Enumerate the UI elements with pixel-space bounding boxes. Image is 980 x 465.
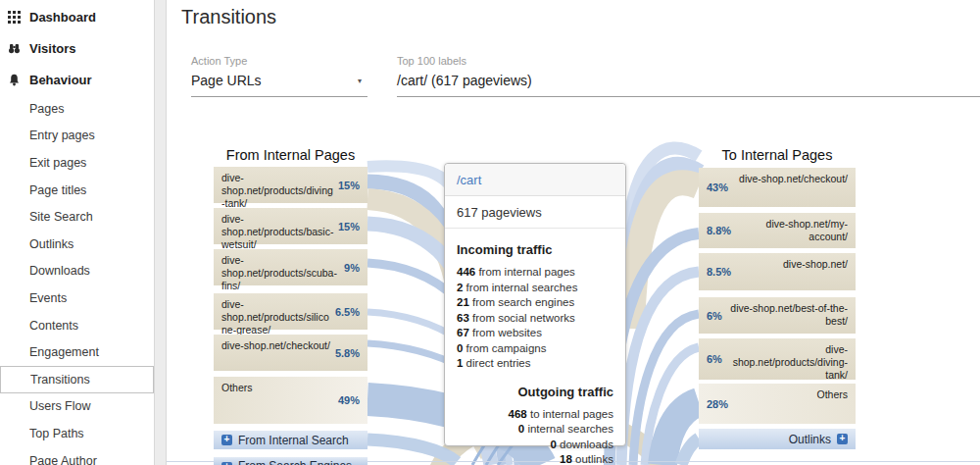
from-page-box[interactable]: dive-shop.net/checkout/ 5.8% [214,335,368,371]
expand-plus-icon[interactable]: + [221,435,232,445]
others-label: Others [221,382,334,419]
page-url: dive-shop.net/products/silicone-grease/ [221,298,331,325]
sidebar-item-visitors[interactable]: Visitors [0,32,154,64]
page-url: dive-shop.net/checkout/ [221,339,331,366]
percentage: 6% [707,353,722,365]
to-page-box[interactable]: dive-shop.net/ 8.5% [699,253,856,290]
sidebar-item-site-search[interactable]: Site Search [0,203,154,231]
sidebar-item-label: Pages [29,102,64,116]
others-label: Others [732,388,848,419]
page-url: dive-shop.net/best-of-the-best/ [726,302,848,329]
from-others-box[interactable]: Others 49% [214,377,368,424]
traffic-value: 2 [457,282,463,293]
traffic-row: 63 from social networks [457,311,613,327]
popup-pageviews: 617 pageviews [445,196,625,229]
top-labels-control: Top 100 labels /cart/ (617 pageviews) [397,55,980,97]
sidebar-item-label: Site Search [29,210,93,224]
sidebar-item-label: Entry pages [29,129,95,142]
outgoing-traffic-list: 468 to internal pages 0 internal searche… [457,407,613,465]
traffic-row: 67 from websites [457,326,613,341]
sidebar-item-engagement[interactable]: Engagement [0,338,154,366]
sidebar-item-transitions[interactable]: Transitions [0,366,154,393]
binoculars-icon [8,42,21,55]
traffic-value: 0 [550,439,556,450]
action-type-select[interactable]: Page URLs ▾ [191,73,368,97]
percentage: 49% [338,394,360,406]
from-page-box[interactable]: dive-shop.net/products/basic-wetsuit/ 15… [214,208,368,244]
sidebar-item-label: Transitions [30,373,90,387]
traffic-row: 21 from search engines [457,295,613,311]
sidebar-item-label: Contents [29,319,78,333]
sidebar-item-events[interactable]: Events [0,284,154,312]
to-page-box[interactable]: dive-shop.net/checkout/ 43% [699,168,856,207]
from-page-box[interactable]: dive-shop.net/products/silicone-grease/ … [214,293,368,330]
to-page-box[interactable]: dive-shop.net/best-of-the-best/ 6% [699,297,856,334]
traffic-label: from internal searches [466,282,578,293]
from-internal-pages-heading: From Internal Pages [214,147,368,163]
page-url: dive-shop.net/products/diving-tank/ [726,343,848,375]
sidebar-item-top-paths[interactable]: Top Paths [0,420,154,447]
sidebar-item-entry-pages[interactable]: Entry pages [0,123,154,150]
sidebar-item-page-titles[interactable]: Page titles [0,177,154,204]
traffic-label: from campaigns [466,342,547,354]
page-title: Transitions [181,6,276,28]
row-label: From Internal Search [238,434,349,447]
sidebar-item-outlinks[interactable]: Outlinks [0,231,154,258]
to-page-box[interactable]: dive-shop.net/my-account/ 8.8% [699,213,856,248]
sidebar-item-label: Downloads [29,264,90,278]
traffic-row: 468 to internal pages [457,407,613,423]
sidebar-item-behaviour[interactable]: Behaviour [0,64,154,95]
to-others-box[interactable]: Others 28% [699,384,856,424]
action-type-control: Action Type Page URLs ▾ [191,55,368,97]
sidebar-item-dashboard[interactable]: Dashboard [0,1,154,32]
percentage: 15% [338,180,360,191]
from-search-engines-row[interactable]: + From Search Engines [214,457,368,465]
percentage: 5.8% [335,347,360,359]
sidebar-item-label: Page titles [29,183,86,197]
to-page-box[interactable]: dive-shop.net/products/diving-tank/ 6% [699,338,856,380]
sidebar-item-page-author[interactable]: Page Author [0,447,154,465]
traffic-value: 63 [457,312,469,324]
traffic-value: 0 [457,342,463,354]
sidebar-item-pages[interactable]: Pages [0,95,154,123]
dashboard-grid-icon [8,11,21,24]
sidebar-item-downloads[interactable]: Downloads [0,258,154,285]
outgoing-traffic-heading: Outgoing traffic [457,385,613,399]
sidebar-item-label: Behaviour [29,73,92,87]
percentage: 43% [707,181,728,193]
traffic-row: 1 direct entries [457,356,613,372]
sidebar-item-exit-pages[interactable]: Exit pages [0,149,154,177]
expand-plus-icon[interactable]: + [837,434,848,444]
traffic-label: from websites [472,327,542,338]
action-type-value: Page URLs [191,73,262,88]
traffic-value: 67 [457,327,469,338]
traffic-label: to internal pages [530,408,613,420]
traffic-row: 0 from campaigns [457,341,613,357]
sidebar-item-users-flow[interactable]: Users Flow [0,393,154,421]
sidebar-item-label: Page Author [29,454,97,465]
page-url: dive-shop.net/checkout/ [732,173,848,202]
traffic-value: 1 [457,357,463,369]
outlinks-row[interactable]: Outlinks + [699,429,856,449]
sidebar-scrollbar[interactable] [154,0,167,465]
transitions-page: Dashboard Visitors Behaviour Pages Entry… [0,0,980,465]
page-url: dive-shop.net/products/scuba-fins/ [221,254,340,281]
chevron-down-icon: ▾ [358,77,362,85]
traffic-row: 18 outlinks [457,452,613,465]
percentage: 9% [344,262,360,274]
sidebar-item-label: Exit pages [29,156,86,170]
traffic-row: 446 from internal pages [457,265,613,281]
traffic-row: 0 internal searches [457,422,613,438]
traffic-label: direct entries [466,357,531,369]
top-labels-select[interactable]: /cart/ (617 pageviews) [397,73,980,97]
top-labels-label: Top 100 labels [397,55,980,67]
traffic-value: 468 [509,408,527,420]
from-page-box[interactable]: dive-shop.net/products/diving-tank/ 15% [214,167,368,203]
page-url: dive-shop.net/my-account/ [735,218,848,243]
from-internal-search-row[interactable]: + From Internal Search [214,431,368,449]
sidebar-item-label: Visitors [29,41,75,56]
from-page-box[interactable]: dive-shop.net/products/scuba-fins/ 9% [214,249,368,285]
page-url: dive-shop.net/products/basic-wetsuit/ [221,213,334,239]
sidebar-item-contents[interactable]: Contents [0,312,154,339]
traffic-label: internal searches [527,423,613,435]
